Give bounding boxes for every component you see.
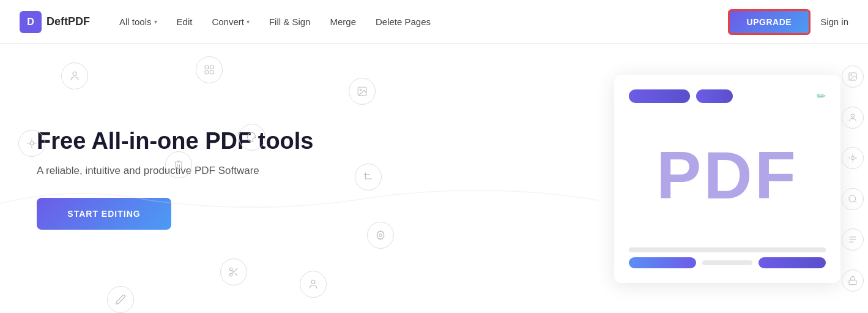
right-deco-lock-icon bbox=[842, 270, 864, 292]
nav-link-merge[interactable]: Merge bbox=[330, 17, 356, 27]
card-top-bars bbox=[629, 89, 826, 103]
svg-rect-1 bbox=[205, 66, 208, 69]
nav-link-fill-sign[interactable]: Fill & Sign bbox=[269, 17, 311, 27]
card-bar-large bbox=[629, 89, 690, 103]
card-bar-small bbox=[696, 89, 733, 103]
main-content: Free All-in-one PDF tools A reliable, in… bbox=[0, 44, 868, 313]
card-pdf-label: PDF bbox=[629, 135, 826, 215]
deco-pencil-icon bbox=[107, 286, 134, 313]
preview-card: ✏ PDF bbox=[614, 75, 840, 283]
nav-link-all-tools[interactable]: All tools ▾ bbox=[119, 17, 157, 27]
chevron-down-icon-convert: ▾ bbox=[247, 18, 250, 25]
right-deco-image-icon bbox=[842, 66, 864, 88]
nav-links: All tools ▾ Edit Convert ▾ Fill & Sign M… bbox=[119, 17, 728, 27]
svg-point-8 bbox=[379, 234, 382, 237]
card-btn-blue bbox=[629, 257, 696, 268]
svg-rect-17 bbox=[849, 280, 856, 284]
nav-link-delete-pages[interactable]: Delete Pages bbox=[376, 17, 431, 27]
svg-rect-4 bbox=[210, 71, 213, 74]
start-editing-button[interactable]: START EDITING bbox=[37, 198, 171, 230]
chevron-down-icon: ▾ bbox=[154, 18, 157, 25]
right-deco-search-icon bbox=[842, 188, 864, 210]
svg-point-10 bbox=[229, 273, 232, 276]
upgrade-button[interactable]: UPGRADE bbox=[728, 9, 811, 35]
svg-point-13 bbox=[851, 75, 852, 76]
card-btn-line-mid bbox=[702, 260, 752, 265]
deco-scissors-icon bbox=[220, 258, 247, 285]
svg-point-0 bbox=[73, 72, 76, 75]
nav-link-edit[interactable]: Edit bbox=[177, 17, 193, 27]
decorative-circles bbox=[0, 44, 599, 313]
svg-point-9 bbox=[229, 268, 232, 271]
card-line-full bbox=[629, 247, 826, 252]
svg-rect-2 bbox=[210, 66, 213, 69]
deco-grid-icon bbox=[196, 56, 223, 83]
signin-link[interactable]: Sign in bbox=[820, 17, 848, 27]
nav-link-convert[interactable]: Convert ▾ bbox=[212, 17, 250, 27]
hero-title: Free All-in-one PDF tools bbox=[37, 127, 562, 156]
svg-point-11 bbox=[311, 280, 315, 284]
right-deco-star-icon bbox=[842, 147, 864, 169]
card-line-btns bbox=[629, 257, 826, 268]
svg-point-14 bbox=[851, 114, 854, 117]
right-deco-circles bbox=[837, 44, 868, 313]
right-deco-text-icon bbox=[842, 228, 864, 251]
logo-icon: D bbox=[20, 11, 42, 33]
svg-point-7 bbox=[30, 141, 34, 145]
nav-right: UPGRADE Sign in bbox=[728, 9, 848, 35]
left-section: Free All-in-one PDF tools A reliable, in… bbox=[0, 44, 599, 313]
navigation: D DeftPDF All tools ▾ Edit Convert ▾ Fil… bbox=[0, 0, 868, 44]
hero-subtitle: A reliable, intuitive and productive PDF… bbox=[37, 163, 562, 179]
deco-person-icon bbox=[61, 62, 88, 89]
right-section: ✏ PDF bbox=[599, 44, 868, 313]
logo-name: DeftPDF bbox=[46, 15, 90, 28]
logo-area[interactable]: D DeftPDF bbox=[20, 11, 90, 33]
card-bottom bbox=[629, 247, 826, 268]
svg-rect-5 bbox=[358, 87, 366, 96]
card-btn-purple bbox=[759, 257, 826, 268]
right-deco-person-icon bbox=[842, 107, 864, 129]
svg-point-16 bbox=[849, 195, 856, 202]
svg-point-15 bbox=[851, 157, 854, 160]
deco-image-icon bbox=[349, 78, 376, 105]
svg-rect-3 bbox=[205, 71, 208, 74]
svg-point-6 bbox=[360, 89, 361, 90]
deco-person2-icon bbox=[300, 271, 327, 298]
card-edit-icon[interactable]: ✏ bbox=[817, 89, 826, 103]
deco-settings-icon bbox=[367, 222, 394, 249]
